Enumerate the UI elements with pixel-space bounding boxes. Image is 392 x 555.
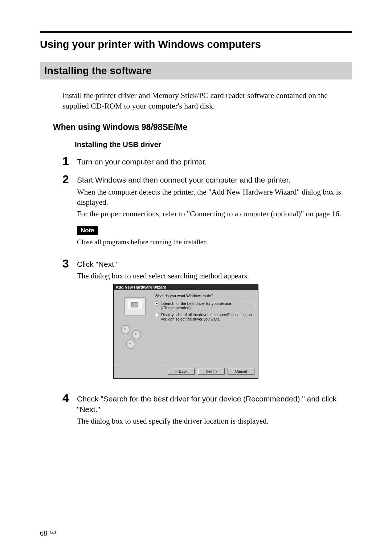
note-text: Close all programs before running the in… bbox=[77, 238, 352, 246]
step-number: 4 bbox=[62, 392, 75, 428]
step-number: 3 bbox=[62, 258, 75, 388]
step-instruction: Start Windows and then connect your comp… bbox=[77, 175, 352, 185]
task-heading: Installing the USB driver bbox=[75, 140, 352, 149]
radio-icon bbox=[155, 313, 159, 317]
step-1: 1 Turn on your computer and the printer. bbox=[62, 155, 352, 168]
os-heading: When using Windows 98/98SE/Me bbox=[53, 122, 352, 132]
wizard-dialog: Add New Hardware Wizard What do you want… bbox=[113, 284, 258, 379]
gear-icon bbox=[121, 325, 130, 334]
wizard-graphic bbox=[117, 294, 151, 354]
cancel-button[interactable]: Cancel bbox=[228, 368, 254, 375]
wizard-question: What do you want Windows to do? bbox=[155, 294, 255, 298]
step-3: 3 Click "Next." The dialog box to used s… bbox=[62, 258, 352, 388]
step-number: 2 bbox=[62, 174, 75, 252]
step-detail: The dialog box to used select searching … bbox=[77, 271, 352, 281]
manual-page: Using your printer with Windows computer… bbox=[0, 0, 392, 555]
wizard-option-recommended[interactable]: Search for the best driver for your devi… bbox=[155, 301, 255, 310]
section-title: Using your printer with Windows computer… bbox=[40, 38, 352, 50]
note-badge: Note bbox=[77, 226, 98, 235]
intro-paragraph: Install the printer driver and Memory St… bbox=[62, 90, 352, 111]
step-number: 1 bbox=[62, 155, 75, 168]
top-rule bbox=[40, 31, 352, 33]
step-instruction: Turn on your computer and the printer. bbox=[77, 157, 352, 167]
page-footer: 68 GB bbox=[40, 529, 56, 538]
subsection-band: Installing the software bbox=[40, 62, 352, 79]
step-instruction: Click "Next." bbox=[77, 259, 352, 269]
page-number: 68 bbox=[40, 529, 47, 537]
wizard-option-list[interactable]: Display a list of all the drivers in a s… bbox=[155, 313, 255, 321]
next-button[interactable]: Next > bbox=[198, 368, 225, 375]
region-code: GB bbox=[50, 529, 56, 535]
gear-icon bbox=[126, 339, 135, 349]
step-detail: When the computer detects the printer, t… bbox=[77, 187, 352, 208]
subsection-title: Installing the software bbox=[44, 65, 348, 77]
step-detail: The dialog box to used specify the drive… bbox=[77, 416, 352, 426]
wizard-titlebar: Add New Hardware Wizard bbox=[114, 284, 258, 290]
step-2: 2 Start Windows and then connect your co… bbox=[62, 174, 352, 252]
wizard-option-label: Search for the best driver for your devi… bbox=[161, 301, 255, 310]
wizard-option-label: Display a list of all the drivers in a s… bbox=[161, 313, 255, 321]
back-button[interactable]: < Back bbox=[168, 368, 195, 375]
gear-icon bbox=[132, 330, 141, 339]
step-4: 4 Check "Search for the best driver for … bbox=[62, 392, 352, 428]
step-detail: For the proper connections, refer to "Co… bbox=[77, 209, 352, 219]
computer-icon bbox=[124, 297, 146, 315]
radio-icon bbox=[155, 301, 159, 306]
step-instruction: Check "Search for the best driver for yo… bbox=[77, 394, 352, 415]
